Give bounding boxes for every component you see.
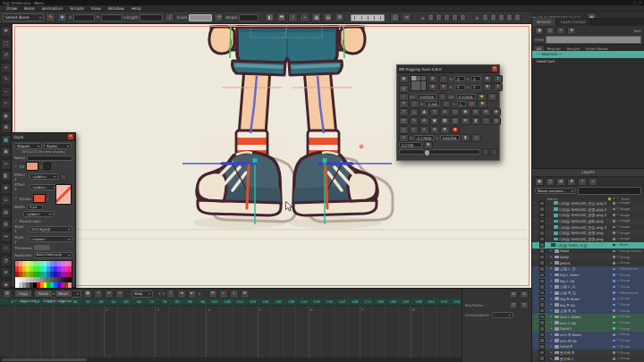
close-icon[interactable]: ✕ <box>492 66 497 72</box>
scale-field[interactable] <box>189 14 212 21</box>
zoom-preset-control[interactable] <box>351 14 385 21</box>
new-layer-icon[interactable]: ▣ <box>535 178 544 186</box>
expand-arrow-icon[interactable]: ▸ <box>551 303 555 306</box>
layer-row[interactable]: ⌐▸신발 R_앞∞(Reference) <box>532 290 644 296</box>
expand-arrow-icon[interactable]: ▸ <box>551 316 555 318</box>
layer-row[interactable]: ⌐▸arm R down∞Group <box>532 332 644 338</box>
stroke-width-field[interactable]: 4 px <box>27 205 43 210</box>
thickness-field[interactable] <box>34 245 50 250</box>
maximize-icon[interactable]: ▢ <box>633 1 636 4</box>
layer-checkbox[interactable] <box>539 326 545 332</box>
rigging-panel-titlebar[interactable]: MR Rigging Tools 0.8.0 ✕ <box>397 65 499 73</box>
y-field[interactable] <box>101 14 123 21</box>
layer-row[interactable]: ⌐디테일 캐릭터02_완성.png 3∞Image <box>532 224 644 231</box>
expand-arrow-icon[interactable]: ▸ <box>551 285 555 288</box>
add-bone-icon[interactable]: ✚ <box>57 13 67 22</box>
name-contains-dropdown[interactable]: Name contains...▾ <box>535 188 576 194</box>
expand-arrow-icon[interactable]: ▸ <box>551 345 555 348</box>
expand-arrow-icon[interactable]: ▸ <box>551 298 555 300</box>
style1-dropdown[interactable]: 라인 R(pt)2▾ <box>29 226 72 232</box>
tool-14-icon[interactable]: ⌂ <box>1 195 12 206</box>
checker-checkbox[interactable]: ✓ <box>38 299 41 304</box>
bind-icon[interactable]: ⌁ <box>300 13 309 22</box>
color-swatch-grid[interactable] <box>14 260 72 289</box>
style-name-field[interactable] <box>27 156 72 161</box>
style-panel-titlebar[interactable]: Style ✕ <box>12 133 75 141</box>
onion-after-toggle-2[interactable] <box>490 13 496 21</box>
bone-angle-icon[interactable]: ∕ <box>165 13 174 22</box>
layer-checkbox[interactable] <box>539 356 545 361</box>
eyedropper-icon[interactable]: ∕ <box>47 197 48 201</box>
cycle-icon[interactable]: ∞ <box>115 290 124 299</box>
layer-checkbox[interactable] <box>539 242 545 248</box>
onion-before-toggle-3[interactable] <box>444 13 450 21</box>
expand-arrow-icon[interactable]: ▸ <box>551 267 555 270</box>
onion-before-toggle-1[interactable] <box>428 13 434 21</box>
filter-channels-icon[interactable]: ≣ <box>241 290 250 299</box>
tool-0-icon[interactable]: ✚ <box>1 26 12 37</box>
styles-dropdown[interactable]: Styles▾ <box>44 143 72 149</box>
tool-19-icon[interactable]: ◔ <box>1 256 12 266</box>
tab-layer-comps[interactable]: Layer Comps <box>556 18 591 26</box>
fill-extra-swatch[interactable] <box>44 163 51 170</box>
delete-layer-icon[interactable]: ✖ <box>567 178 576 186</box>
layer-checkbox[interactable] <box>539 290 545 296</box>
bone-x-icon[interactable]: ∕ <box>410 100 419 108</box>
autokey-icon[interactable]: ▤ <box>3 290 12 299</box>
rig-tool-1-2-icon[interactable]: ⊘ <box>419 117 429 125</box>
rig-tool-2-3-icon[interactable]: ⊕ <box>430 126 440 134</box>
bone-pencil-icon[interactable]: ✎ <box>46 13 55 22</box>
grid-cell[interactable] <box>411 76 416 80</box>
layer-checkbox[interactable] <box>539 231 545 236</box>
rig-tool-1-3-icon[interactable]: ▣ <box>430 117 440 125</box>
interpolation-dropdown[interactable]: -▾ <box>492 312 513 318</box>
bar-icon[interactable]: ▮ <box>461 134 470 142</box>
expand-arrow-icon[interactable]: ▸ <box>551 262 555 265</box>
rig-tool-0-6-icon[interactable]: ◉ <box>461 108 470 116</box>
rig-tool-1-9-icon[interactable]: ◎ <box>492 117 502 125</box>
layer-checkbox[interactable] <box>539 213 545 218</box>
layer-checkbox[interactable] <box>539 333 545 338</box>
layer-checkbox[interactable] <box>539 284 545 290</box>
lock-icon[interactable]: ⊠ <box>335 13 344 22</box>
zoom-in-icon[interactable]: ⊕ <box>509 290 518 299</box>
x-field[interactable] <box>73 14 95 21</box>
slider-knob[interactable] <box>424 149 430 156</box>
layer-checkbox[interactable] <box>539 320 545 325</box>
scale-x-field[interactable]: 0.484 <box>425 101 440 106</box>
link-icon[interactable]: ∞ <box>402 13 411 22</box>
rig-tool-0-9-icon[interactable]: ◈ <box>492 108 502 116</box>
layer-row[interactable]: ⌐▸leg R Up∞Group <box>532 302 644 308</box>
step-dropdown[interactable]: Step▾ <box>131 290 153 298</box>
layer-checkbox[interactable] <box>539 219 545 224</box>
expand-arrow-icon[interactable]: ▸ <box>547 244 551 247</box>
grid-cell[interactable] <box>411 86 416 90</box>
delete-action-icon[interactable]: ✖ <box>567 27 576 35</box>
layer-checkbox[interactable] <box>539 338 545 343</box>
arc-icon[interactable]: ∩ <box>487 93 497 101</box>
round-caps-checkbox[interactable]: ✓ <box>14 219 18 223</box>
clock-icon[interactable]: ◔ <box>208 290 217 299</box>
point-y-field[interactable]: 0.64708 <box>440 135 460 140</box>
menu-help[interactable]: Help <box>131 6 140 11</box>
rig-tool-0-0-icon[interactable]: ↰ <box>399 108 409 116</box>
gear-icon[interactable]: ✱ <box>424 141 434 149</box>
expand-arrow-icon[interactable]: ▸ <box>551 358 555 360</box>
target-b-icon[interactable]: ⊕ <box>428 83 438 91</box>
text-icon[interactable]: T <box>166 290 175 299</box>
tool-18-icon[interactable]: ▭ <box>1 243 12 254</box>
layer-checkbox[interactable] <box>539 315 545 320</box>
close-icon[interactable]: ✕ <box>68 134 73 139</box>
tool-16-icon[interactable]: ◍ <box>1 219 12 230</box>
move-up-icon[interactable]: ↑ <box>578 178 587 186</box>
tool-17-icon[interactable]: ↔ <box>1 232 12 242</box>
layer-checkbox[interactable] <box>539 344 545 349</box>
weight-slider[interactable] <box>399 149 480 155</box>
rig-tool-1-0-icon[interactable]: ◰ <box>399 117 409 125</box>
flip-h-icon[interactable]: ◧ <box>265 13 275 22</box>
tool-4-icon[interactable]: ✎ <box>1 74 12 85</box>
add2-icon[interactable]: ✚ <box>483 83 493 91</box>
layer-row[interactable]: ⌐▸디테일 캐릭터 리깅∞Bone <box>532 242 644 248</box>
check-icon[interactable]: ✓ <box>439 75 449 83</box>
alignment-grid[interactable] <box>411 75 427 91</box>
